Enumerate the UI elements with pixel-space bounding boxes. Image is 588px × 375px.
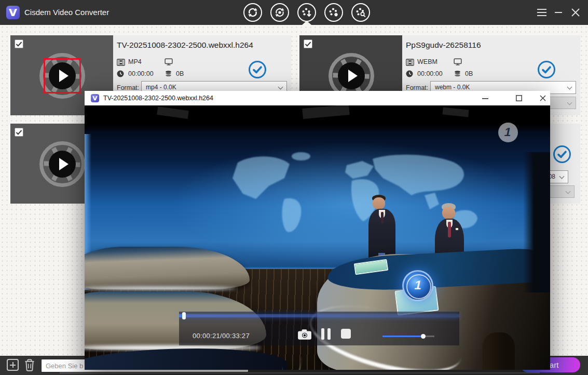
chevron-down-icon bbox=[559, 174, 565, 179]
player-close-button[interactable] bbox=[535, 91, 551, 105]
chevron-down-icon bbox=[567, 85, 572, 90]
add-file-button[interactable] bbox=[7, 359, 19, 371]
studio-equipment bbox=[523, 152, 550, 292]
format-label-1: Format: bbox=[117, 84, 139, 91]
pause-button[interactable] bbox=[321, 328, 331, 340]
container-format-1: MP4 bbox=[128, 58, 142, 65]
seek-bar[interactable] bbox=[179, 314, 459, 317]
play-button-3[interactable] bbox=[49, 151, 76, 178]
close-button[interactable] bbox=[568, 0, 583, 25]
player-controls-overlay: 00:00:21/00:33:27 bbox=[179, 312, 459, 345]
seek-handle[interactable] bbox=[182, 312, 186, 319]
clock-icon bbox=[406, 70, 413, 77]
size-icon bbox=[454, 70, 461, 77]
container-format-2: WEBM bbox=[417, 58, 437, 65]
app-titlebar: Cisdem Video Converter bbox=[0, 0, 588, 25]
play-button-2[interactable] bbox=[338, 62, 365, 89]
file-title-2: PpS9gudv-26258116 bbox=[406, 41, 481, 50]
presenter-left bbox=[367, 195, 397, 263]
player-window: TV-20251008-2302-2500.webxxl.h264 bbox=[85, 91, 550, 370]
video-preview-icon[interactable] bbox=[351, 3, 370, 22]
duration-2: 00:00:00 bbox=[417, 70, 443, 77]
world-map-backdrop bbox=[207, 150, 513, 235]
status-check-icon-2 bbox=[538, 61, 555, 78]
format-label-2: Format: bbox=[406, 84, 428, 91]
delete-button[interactable] bbox=[24, 358, 35, 371]
time-display: 00:00:21/00:33:27 bbox=[193, 332, 250, 340]
stop-button[interactable] bbox=[341, 329, 351, 339]
video-download-icon[interactable] bbox=[297, 3, 316, 22]
chevron-down-icon bbox=[567, 100, 572, 105]
select-checkbox-3[interactable] bbox=[15, 128, 23, 137]
menu-button[interactable] bbox=[534, 0, 550, 25]
film-icon bbox=[406, 59, 414, 66]
active-tab-indicator bbox=[302, 21, 311, 25]
minimize-button[interactable] bbox=[551, 0, 566, 25]
video-display[interactable]: 1 bbox=[85, 105, 550, 370]
player-window-title: TV-20251008-2302-2500.webxxl.h264 bbox=[103, 95, 213, 102]
volume-slider[interactable] bbox=[382, 336, 434, 337]
desk-broadcaster-logo: 1 bbox=[402, 270, 433, 301]
select-checkbox-1[interactable] bbox=[15, 39, 23, 48]
desk-led-strip bbox=[85, 287, 236, 290]
app-title: Cisdem Video Converter bbox=[24, 0, 109, 25]
file-title-1: TV-20251008-2302-2500.webxxl.h264 bbox=[117, 41, 253, 50]
player-logo-icon bbox=[91, 94, 99, 102]
player-titlebar[interactable]: TV-20251008-2302-2500.webxxl.h264 bbox=[85, 91, 550, 105]
size-icon bbox=[165, 70, 172, 77]
record-icon[interactable] bbox=[270, 3, 289, 22]
clock-icon bbox=[117, 70, 124, 77]
app-window: Cisdem Video Converter bbox=[0, 0, 588, 375]
studio-prop bbox=[483, 332, 515, 370]
volume-level bbox=[382, 336, 423, 337]
film-icon bbox=[117, 59, 125, 66]
window-bottom-edge bbox=[60, 372, 540, 373]
monitor-icon bbox=[165, 58, 173, 65]
snapshot-button[interactable] bbox=[297, 329, 312, 340]
monitor-icon bbox=[454, 58, 462, 65]
player-maximize-button[interactable] bbox=[511, 91, 527, 105]
chevron-down-icon bbox=[278, 85, 283, 90]
video-edit-icon[interactable] bbox=[324, 3, 343, 22]
select-checkbox-2[interactable] bbox=[304, 39, 312, 48]
file-size-1: 0B bbox=[176, 70, 184, 77]
duration-1: 00:00:00 bbox=[128, 70, 154, 77]
chevron-down-icon bbox=[566, 189, 571, 194]
volume-handle[interactable] bbox=[421, 334, 426, 339]
convert-icon[interactable] bbox=[243, 3, 262, 22]
play-button-1[interactable] bbox=[49, 62, 76, 89]
status-check-icon-4 bbox=[553, 145, 571, 163]
app-logo-icon bbox=[6, 6, 20, 19]
broadcaster-logo: 1 bbox=[498, 123, 518, 142]
player-minimize-button[interactable] bbox=[477, 91, 493, 105]
status-check-icon-1 bbox=[249, 61, 266, 78]
file-size-2: 0B bbox=[465, 70, 473, 77]
